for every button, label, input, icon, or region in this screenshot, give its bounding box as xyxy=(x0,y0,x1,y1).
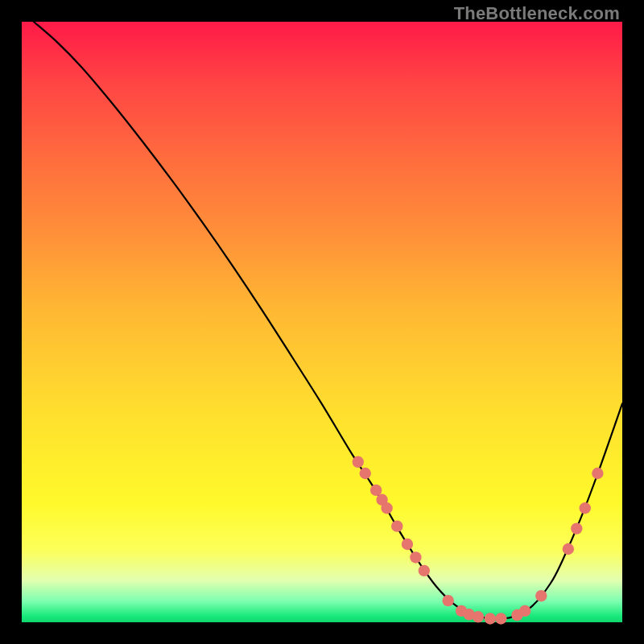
curve-marker xyxy=(535,590,547,601)
curve-marker xyxy=(571,522,582,534)
curve-marker xyxy=(360,468,371,479)
curve-marker xyxy=(410,551,421,563)
curve-layer xyxy=(22,22,622,622)
curve-marker xyxy=(381,502,392,514)
curve-marker xyxy=(519,605,530,617)
chart-container: TheBottleneck.com xyxy=(0,0,644,644)
bottleneck-curve xyxy=(34,22,622,619)
curve-marker xyxy=(353,456,364,468)
curve-marker xyxy=(402,539,413,550)
plot-area xyxy=(22,22,622,622)
curve-marker xyxy=(391,520,402,531)
curve-marker xyxy=(495,613,506,624)
curve-marker xyxy=(592,468,603,479)
curve-marker xyxy=(563,543,574,555)
curve-marker xyxy=(370,485,382,496)
curve-marker xyxy=(419,565,430,576)
curve-marker xyxy=(580,502,591,514)
curve-marker xyxy=(485,613,496,624)
marker-group xyxy=(353,456,604,625)
curve-marker xyxy=(442,595,453,606)
curve-marker xyxy=(473,611,484,622)
